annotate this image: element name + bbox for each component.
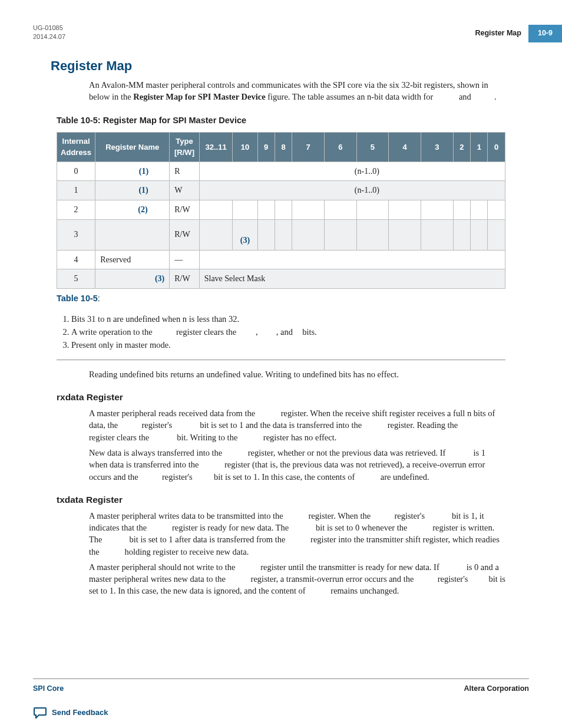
table-header-row: Internal AddressRegister NameType [R/W] … (57, 133, 505, 162)
rxdata-heading: rxdata Register (57, 391, 505, 404)
footnote-link[interactable]: (2) (138, 205, 147, 214)
footer-right: Altera Corporation (464, 684, 529, 694)
table-row: 1 txdata (1) W (n-1..0) (57, 181, 505, 200)
table-row: 5 slaveselect (3) R/W Slave Select Mask (57, 269, 505, 289)
page-footer: SPI Core Altera Corporation (33, 678, 529, 694)
table-note: Present only in master mode. (71, 339, 505, 351)
footnote-link[interactable]: (3) (240, 236, 250, 245)
table-caption: Table 10-5: Register Map for SPI Master … (57, 114, 505, 126)
undefined-bits-note: Reading undefined bits returns an undefi… (89, 368, 505, 380)
table-row: 4 Reserved — (57, 250, 505, 269)
table-note: A write operation to the status register… (71, 326, 505, 338)
txdata-p1: A master peripheral writes data to be tr… (89, 510, 505, 558)
intro-paragraph: An Avalon-MM master peripheral controls … (89, 79, 505, 103)
table-row: 3 control R/W SSO(3) IE IRRDY ITRDY ITOE… (57, 219, 505, 250)
page-title: Register Map (51, 57, 529, 75)
feedback-icon[interactable] (33, 707, 47, 719)
footnote-link[interactable]: (1) (139, 167, 148, 176)
table-ref-label: Table 10-5: (57, 292, 505, 304)
footnote-link[interactable]: (1) (138, 186, 148, 195)
send-feedback-link[interactable]: Send Feedback (52, 707, 108, 718)
table-row: 0 rxdata (1) R (n-1..0) (57, 162, 505, 181)
table-note: Bits 31 to n are undefined when n is les… (71, 313, 505, 325)
footer-left[interactable]: SPI Core (33, 684, 64, 694)
footnote-link[interactable]: (3) (155, 274, 164, 283)
doc-id: UG-01085 (33, 24, 529, 32)
txdata-p2: A master peripheral should not write to … (89, 561, 505, 597)
table-row: 2 status (2) R/W E RRDY TRDY TMT TOE ROE (57, 200, 505, 220)
header-section-label: Register Map (475, 28, 521, 39)
rxdata-p2: New data is always transferred into the … (89, 447, 505, 483)
rxdata-p1: A master peripheral reads received data … (89, 407, 505, 443)
page-number-tab: 10-9 (528, 25, 562, 42)
doc-date: 2014.24.07 (33, 32, 529, 41)
txdata-heading: txdata Register (57, 493, 505, 506)
divider (57, 360, 505, 360)
table-notes-list: Bits 31 to n are undefined when n is les… (71, 313, 505, 351)
register-map-table: Internal AddressRegister NameType [R/W] … (57, 132, 505, 289)
